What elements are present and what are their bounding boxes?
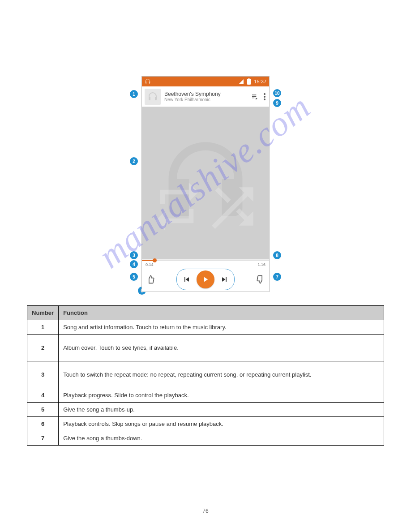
phone-mockup: 15:37 Beethoven's Symphony New York Phil… bbox=[141, 76, 270, 292]
shuffle-icon[interactable] bbox=[206, 157, 263, 256]
svg-point-0 bbox=[264, 93, 265, 95]
legend-num: 3 bbox=[27, 361, 59, 388]
overflow-menu-icon[interactable] bbox=[264, 93, 265, 100]
repeat-icon[interactable] bbox=[148, 157, 206, 256]
album-thumbnail[interactable] bbox=[145, 89, 161, 105]
legend-desc: Give the song a thumbs-down. bbox=[59, 431, 384, 446]
track-title: Beethoven's Symphony bbox=[164, 91, 248, 97]
legend-num: 5 bbox=[27, 403, 59, 417]
table-row: 6Playback controls. Skip songs or pause … bbox=[27, 417, 384, 431]
svg-point-2 bbox=[264, 99, 265, 100]
table-row: 7Give the song a thumbs-down. bbox=[27, 431, 384, 446]
thumbs-up-button[interactable] bbox=[146, 275, 156, 284]
battery-icon bbox=[247, 78, 251, 85]
callout-badge: 7 bbox=[273, 273, 281, 281]
time-total: 1:16 bbox=[257, 262, 265, 267]
now-playing-header[interactable]: Beethoven's Symphony New York Philharmon… bbox=[142, 86, 269, 107]
callout-badge: 4 bbox=[130, 260, 138, 268]
table-row: 2Album cover. Touch to see lyrics, if av… bbox=[27, 335, 384, 361]
legend-desc: Playback controls. Skip songs or pause a… bbox=[59, 417, 384, 431]
play-button[interactable] bbox=[197, 270, 214, 288]
time-elapsed: 0:14 bbox=[146, 262, 154, 267]
headphones-icon bbox=[147, 91, 158, 102]
legend-num: 2 bbox=[27, 335, 59, 361]
callout-badge: 8 bbox=[273, 251, 281, 259]
progress-bar[interactable]: 0:14 1:16 bbox=[142, 259, 269, 267]
callout-badge: 2 bbox=[130, 157, 138, 165]
thumbs-down-button[interactable] bbox=[255, 275, 265, 284]
callout-badge: 5 bbox=[130, 273, 138, 281]
legend-header-function: Function bbox=[59, 306, 384, 320]
previous-button[interactable] bbox=[181, 275, 192, 284]
album-art-area[interactable] bbox=[142, 107, 269, 259]
table-row: 4Playback progress. Slide to control the… bbox=[27, 388, 384, 403]
headphones-icon bbox=[145, 78, 151, 85]
next-button[interactable] bbox=[219, 275, 230, 284]
queue-icon[interactable] bbox=[251, 93, 258, 100]
table-row: 3Touch to switch the repeat mode: no rep… bbox=[27, 361, 384, 388]
legend-num: 4 bbox=[27, 388, 59, 403]
table-row: 5Give the song a thumbs-up. bbox=[27, 403, 384, 417]
clock: 15:37 bbox=[254, 79, 266, 84]
page-number: 76 bbox=[0, 508, 411, 514]
svg-point-1 bbox=[264, 96, 265, 98]
legend-num: 6 bbox=[27, 417, 59, 431]
status-bar: 15:37 bbox=[142, 77, 269, 86]
legend-desc: Give the song a thumbs-up. bbox=[59, 403, 384, 417]
legend-num: 7 bbox=[27, 431, 59, 446]
legend-desc: Touch to switch the repeat mode: no repe… bbox=[59, 361, 384, 388]
callout-badge: 3 bbox=[130, 251, 138, 259]
legend-header-number: Number bbox=[27, 306, 59, 320]
legend-desc: Album cover. Touch to see lyrics, if ava… bbox=[59, 335, 384, 361]
legend-table: Number Function 1Song and artist informa… bbox=[27, 305, 384, 446]
signal-icon bbox=[239, 79, 244, 84]
callout-badge: 9 bbox=[273, 99, 281, 107]
table-row: 1Song and artist information. Touch to r… bbox=[27, 320, 384, 335]
legend-desc: Song and artist information. Touch to re… bbox=[59, 320, 384, 335]
legend-desc: Playback progress. Slide to control the … bbox=[59, 388, 384, 403]
playback-controls bbox=[142, 267, 269, 292]
legend-num: 1 bbox=[27, 320, 59, 335]
callout-badge: 10 bbox=[273, 89, 281, 97]
track-artist: New York Philharmonic bbox=[164, 97, 248, 102]
callout-badge: 1 bbox=[130, 90, 138, 98]
